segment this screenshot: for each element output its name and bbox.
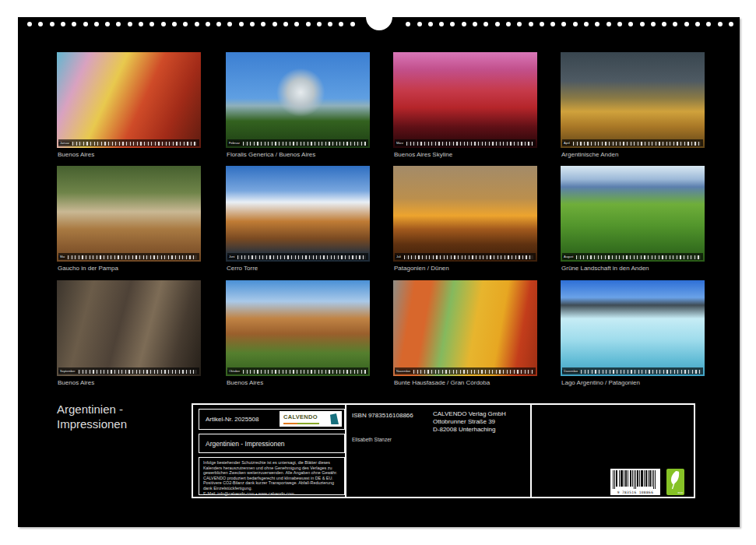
binding-hole xyxy=(116,22,121,26)
calendar-thumbnail: April xyxy=(561,52,705,148)
binding-hole xyxy=(350,22,355,26)
binding-hole xyxy=(584,22,589,26)
binding-hole xyxy=(273,22,277,26)
binding-hole xyxy=(239,22,244,26)
binding-hole xyxy=(261,22,265,26)
calendar-thumbnail: Januar xyxy=(57,52,201,148)
thumbnail-caption: Buenos Aires xyxy=(58,151,94,158)
month-label: April xyxy=(562,142,571,145)
thumbnail-caption: Lago Argentino / Patagonien xyxy=(561,379,640,386)
binding-hole xyxy=(83,22,88,26)
leaf-icon xyxy=(669,470,682,490)
binding-hole xyxy=(50,22,55,26)
binding-hole xyxy=(439,22,444,26)
binding-hole xyxy=(617,22,622,26)
article-number-box: Artikel-Nr. 2025508 CALVENDO xyxy=(199,409,345,430)
eco-label: eco xyxy=(678,490,683,494)
binding-hole xyxy=(651,22,656,26)
month-label: Januar xyxy=(58,142,71,145)
month-label: September xyxy=(58,370,77,373)
mini-calendar-strip: November xyxy=(395,367,536,374)
binding-hole xyxy=(628,22,633,26)
calvendo-logo: CALVENDO xyxy=(280,411,342,427)
binding-hole xyxy=(573,22,578,26)
binding-hole xyxy=(227,22,232,26)
month-label: Juni xyxy=(227,255,236,258)
binding-hole xyxy=(61,22,65,26)
binding-hole xyxy=(72,22,76,26)
binding-hole xyxy=(406,22,410,26)
calendar-thumbnail: März xyxy=(393,52,537,148)
binding-hole xyxy=(540,22,544,26)
mini-calendar-strip: Mai xyxy=(58,253,199,260)
thumbnail-photo xyxy=(57,166,201,262)
binding-hole xyxy=(450,22,455,26)
thumbnail-photo xyxy=(226,166,370,262)
day-ticks xyxy=(72,142,197,146)
binding-hole xyxy=(328,22,332,26)
mini-calendar-strip: Oktober xyxy=(227,367,368,374)
barcode-bars xyxy=(613,470,658,489)
binding-hole xyxy=(595,22,600,26)
hanging-hole xyxy=(366,4,392,30)
binding-hole xyxy=(27,22,32,26)
binding-hole xyxy=(195,22,199,26)
month-label: Februar xyxy=(227,142,241,145)
legal-box: Infolge bestehender Schutzrechte ist es … xyxy=(199,457,345,495)
thumbnail-photo xyxy=(561,52,705,148)
binding-hole xyxy=(729,22,733,26)
thumbnail-photo xyxy=(57,52,201,148)
day-ticks xyxy=(406,142,533,146)
calendar-thumbnail: Juli xyxy=(393,166,537,262)
mini-calendar-strip: Juli xyxy=(395,253,536,260)
day-ticks xyxy=(413,370,533,374)
thumbnail-photo xyxy=(561,280,705,376)
barcode-digits: 9 783516 108866 xyxy=(610,490,660,494)
thumbnail-caption: Cerro Torre xyxy=(227,265,258,272)
thumbnail-caption: Patagonien / Dünen xyxy=(394,265,449,272)
publisher-address: CALVENDO Verlag GmbH Ottobrunner Straße … xyxy=(433,410,506,434)
calendar-back-page: Januar Buenos Aires Februar Floralis Gen… xyxy=(18,17,740,527)
thumbnail-caption: Argentinische Anden xyxy=(561,151,618,158)
thumbnail-photo xyxy=(226,280,370,376)
calendar-thumbnail: Mai xyxy=(57,166,201,262)
calvendo-logo-text: CALVENDO xyxy=(283,413,318,420)
calendar-title: Argentinien - Impressionen xyxy=(57,402,181,431)
thumbnail-photo xyxy=(393,166,537,262)
day-ticks xyxy=(79,370,197,374)
binding-hole xyxy=(161,22,166,26)
thumbnail-photo xyxy=(57,280,201,376)
thumbnail-caption: Buenos Aires Skyline xyxy=(394,151,452,158)
calendar-thumbnail: September xyxy=(57,280,201,376)
binding-hole xyxy=(294,22,299,26)
thumbnail-caption: Buenos Aires xyxy=(227,379,263,386)
day-ticks xyxy=(581,370,701,374)
title-box: Argentinien - Impressionen xyxy=(199,434,345,453)
ean-barcode: 9 783516 108866 xyxy=(610,469,660,495)
month-label: Juli xyxy=(395,255,403,258)
divider xyxy=(345,405,346,497)
thumbnail-caption: Buenos Aires xyxy=(58,379,94,386)
month-label: Mai xyxy=(58,255,66,258)
article-number: Artikel-Nr. 2025508 xyxy=(206,416,258,423)
binding-hole xyxy=(183,22,188,26)
binding-hole xyxy=(473,22,477,26)
author-name: Elisabeth Stanzer xyxy=(352,437,392,442)
binding-hole xyxy=(462,22,466,26)
day-ticks xyxy=(576,255,701,259)
month-label: Oktober xyxy=(227,370,241,373)
thumbnail-photo xyxy=(393,280,537,376)
calendar-thumbnail: Juni xyxy=(226,166,370,262)
thumbnail-photo xyxy=(561,166,705,262)
binding-hole xyxy=(428,22,433,26)
thumbnail-caption: Gaucho in der Pampa xyxy=(58,265,118,272)
binding-hole xyxy=(529,22,533,26)
day-ticks xyxy=(237,255,366,259)
mini-calendar-strip: Januar xyxy=(58,139,199,146)
month-label: August xyxy=(562,255,575,258)
month-label: März xyxy=(395,142,405,145)
binding-hole xyxy=(306,22,311,26)
mini-calendar-strip: April xyxy=(562,139,703,146)
binding-hole xyxy=(673,22,677,26)
binding-hole xyxy=(684,22,689,26)
